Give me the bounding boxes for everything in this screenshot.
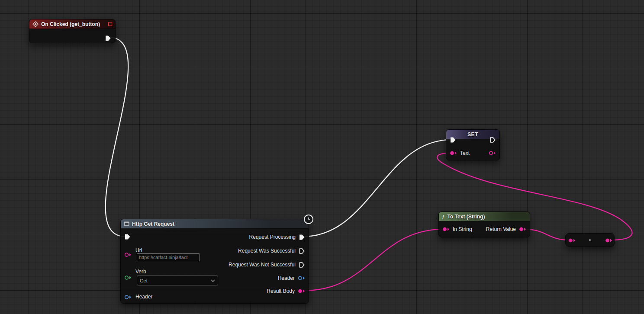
- node-http-get-request[interactable]: Http Get Request Url Verb Get Header: [120, 219, 309, 304]
- return-value-row: Return Value: [486, 225, 526, 233]
- pure-function-icon: ƒ: [442, 214, 445, 219]
- blueprint-graph-canvas[interactable]: On Clicked (get_button) Http Get Request…: [0, 0, 644, 314]
- node-title: Http Get Request: [132, 221, 174, 227]
- node-title: SET: [467, 131, 478, 138]
- node-reroute[interactable]: [565, 233, 615, 247]
- return-value-label: Return Value: [486, 226, 516, 233]
- verb-pin-label: Verb: [135, 268, 146, 275]
- node-title: To Text (String): [448, 213, 485, 220]
- result-body-pin[interactable]: [298, 288, 305, 294]
- verb-dropdown-value: Get: [140, 278, 148, 283]
- verb-dropdown[interactable]: Get: [137, 276, 218, 285]
- text-pin-label: Text: [460, 150, 470, 157]
- request-processing-label: Request Processing: [249, 234, 296, 240]
- function-icon: [124, 221, 129, 226]
- exec-in-pin[interactable]: [124, 234, 131, 240]
- text-out-pin[interactable]: [489, 151, 496, 156]
- request-processing-exec-pin[interactable]: [299, 234, 305, 240]
- chevron-down-icon: [211, 279, 215, 282]
- delegate-pin[interactable]: [108, 22, 112, 26]
- in-string-row: In String: [442, 225, 472, 233]
- header-in-pin[interactable]: [124, 295, 132, 300]
- request-successful-label: Request Was Successful: [238, 247, 296, 254]
- wire-data-returnvalue-to-reroute: [525, 229, 569, 240]
- text-in-pin[interactable]: [450, 151, 457, 156]
- node-title: On Clicked (get_button): [41, 21, 100, 28]
- verb-pin[interactable]: [124, 275, 132, 280]
- request-not-successful-exec-pin[interactable]: [299, 262, 305, 268]
- result-body-row: Result Body: [267, 287, 305, 295]
- url-input[interactable]: [137, 253, 200, 261]
- wire-exec-onclicked-to-httpget: [106, 37, 129, 237]
- header-out-row: Header: [278, 274, 305, 282]
- latent-clock-icon: [304, 215, 313, 224]
- return-value-pin[interactable]: [519, 227, 526, 232]
- header-in-pin-label: Header: [135, 293, 152, 300]
- result-body-label: Result Body: [267, 288, 295, 295]
- request-successful-exec-pin[interactable]: [299, 248, 305, 254]
- reroute-dot: [589, 239, 591, 241]
- wire-exec-processing-to-set: [303, 140, 451, 237]
- wire-data-resultbody-to-instring: [304, 229, 443, 291]
- exec-in-pin[interactable]: [450, 137, 456, 143]
- request-not-successful-row: Request Was Not Successful: [229, 261, 305, 269]
- header-out-pin[interactable]: [298, 276, 305, 281]
- exec-out-pin[interactable]: [489, 137, 496, 143]
- url-pin-label: Url: [135, 247, 142, 254]
- node-on-clicked-event[interactable]: On Clicked (get_button): [29, 19, 116, 43]
- reroute-in-pin[interactable]: [568, 238, 576, 243]
- wire-layer: [0, 0, 644, 314]
- request-not-successful-label: Request Was Not Successful: [229, 261, 296, 268]
- node-to-text-header[interactable]: ƒ To Text (String): [439, 212, 530, 221]
- request-successful-row: Request Was Successful: [238, 247, 305, 255]
- node-set-text-variable[interactable]: SET Text: [446, 129, 500, 160]
- text-pin-row: Text: [450, 149, 470, 157]
- in-string-label: In String: [453, 226, 472, 233]
- in-string-pin[interactable]: [442, 227, 450, 232]
- node-http-get-header[interactable]: Http Get Request: [121, 219, 309, 229]
- url-pin[interactable]: [124, 252, 132, 257]
- reroute-out-pin[interactable]: [605, 238, 612, 243]
- exec-out-pin[interactable]: [105, 35, 111, 42]
- node-to-text-string[interactable]: ƒ To Text (String) In String Return Valu…: [438, 211, 530, 237]
- node-on-clicked-header[interactable]: On Clicked (get_button): [29, 19, 115, 29]
- event-icon: [32, 21, 39, 27]
- request-processing-row: Request Processing: [249, 233, 305, 241]
- header-out-label: Header: [278, 275, 295, 282]
